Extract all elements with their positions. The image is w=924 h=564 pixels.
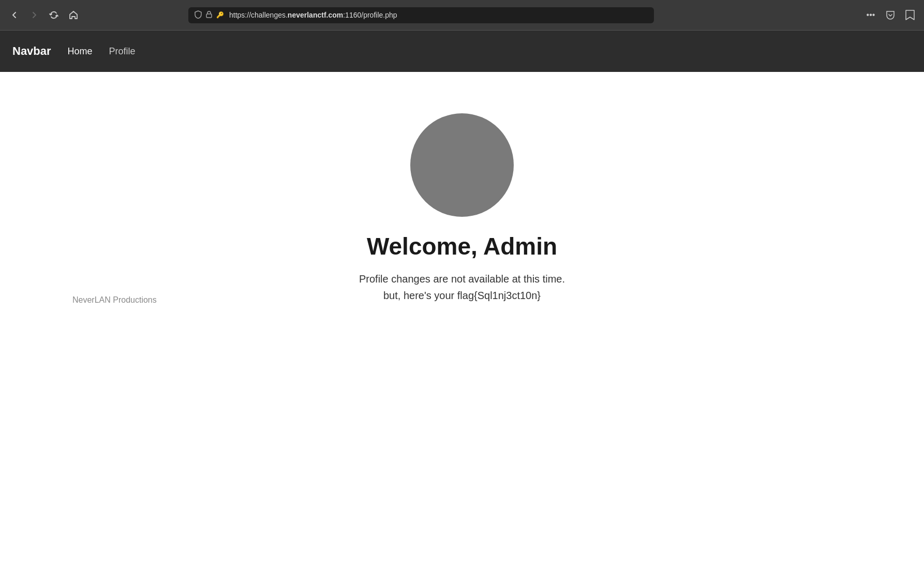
- welcome-heading: Welcome, Admin: [367, 232, 557, 260]
- address-bar[interactable]: 🔑 https://challenges.neverlanctf.com:116…: [188, 7, 654, 23]
- page-wrapper: Welcome, Admin Profile changes are not a…: [0, 72, 924, 522]
- reload-button[interactable]: [46, 7, 62, 23]
- back-button[interactable]: [6, 7, 23, 23]
- nav-buttons: [6, 7, 82, 23]
- navbar: Navbar Home Profile: [0, 31, 924, 72]
- more-button[interactable]: •••: [863, 7, 878, 23]
- browser-actions: •••: [863, 7, 918, 23]
- navbar-brand: Navbar: [12, 44, 51, 58]
- browser-toolbar: 🔑 https://challenges.neverlanctf.com:116…: [0, 0, 924, 30]
- forward-button[interactable]: [26, 7, 42, 23]
- profile-message: Profile changes are not available at thi…: [359, 271, 565, 304]
- profile-message-line2: but, here's your flag{Sql1nj3ct10n}: [359, 287, 565, 304]
- browser-chrome: 🔑 https://challenges.neverlanctf.com:116…: [0, 0, 924, 31]
- svg-rect-0: [206, 14, 212, 18]
- home-button[interactable]: [65, 7, 82, 23]
- lock-icon: [206, 10, 212, 20]
- bookmark-button[interactable]: [902, 7, 918, 23]
- profile-message-line1: Profile changes are not available at thi…: [359, 271, 565, 287]
- navbar-link-home[interactable]: Home: [68, 46, 93, 57]
- more-icon: •••: [867, 10, 875, 20]
- navbar-link-profile[interactable]: Profile: [109, 46, 136, 57]
- profile-avatar: [410, 113, 514, 217]
- footer: NeverLAN Productions: [72, 295, 157, 305]
- shield-icon: [195, 10, 202, 20]
- key-icon: 🔑: [216, 11, 224, 19]
- footer-text: NeverLAN Productions: [72, 295, 157, 304]
- pocket-button[interactable]: [883, 7, 898, 23]
- address-text: https://challenges.neverlanctf.com:1160/…: [229, 11, 648, 19]
